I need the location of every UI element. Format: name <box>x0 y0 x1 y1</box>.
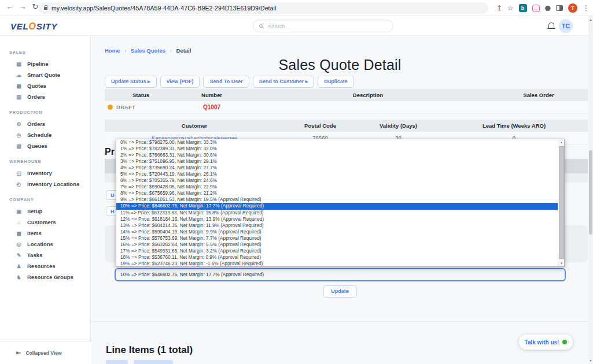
customers-icon: ⌂ <box>16 220 22 225</box>
line-items-button-fragment[interactable] <box>106 360 128 364</box>
browser-chrome: ← → ↻ my.velosity.app/SalesQuotes/45A78A… <box>0 0 593 16</box>
discount-select[interactable]: 10% => Price: $646602.75, Net Margin: 17… <box>115 268 566 281</box>
dropdown-option[interactable]: 16% => Price: $563262.84, Net Margin: 5.… <box>116 242 564 248</box>
notifications-bell-icon[interactable] <box>548 23 554 28</box>
sidebar-item-inventory-locations[interactable]: ◴ Inventory Locations <box>0 179 90 190</box>
collapsed-view-toggle[interactable]: ⇤ Collapsed View <box>0 341 91 364</box>
sidebar-item-label: Resource Groups <box>27 274 73 280</box>
sidebar-item-sales-orders[interactable]: ▥ Orders <box>0 91 90 102</box>
queues-icon: ▧ <box>16 143 22 149</box>
dropdown-scrollbar[interactable]: ▲ ▼ <box>558 139 564 266</box>
sidebar-item-pipeline[interactable]: ▤ Pipeline <box>0 58 90 69</box>
sidebar-item-tasks[interactable]: ✎ Tasks <box>0 250 90 261</box>
dropdown-option[interactable]: 7% => Price: $690428.05, Net Margin: 22.… <box>116 184 564 190</box>
dropdown-scrollbar-thumb[interactable] <box>559 146 564 259</box>
browser-menu-icon[interactable]: ⋮ <box>583 4 590 12</box>
bookmark-star-icon[interactable]: ☆ <box>507 4 514 12</box>
dropdown-option[interactable]: 13% => Price: $604214.35, Net Margin: 11… <box>116 222 564 229</box>
breadcrumb-home[interactable]: Home <box>105 47 120 54</box>
schedule-icon: ◷ <box>16 132 22 138</box>
dropdown-option[interactable]: 1% => Price: $782389.33, Net Margin: 32.… <box>116 146 564 152</box>
col-number: Number <box>177 92 246 98</box>
sidebar-item-resource-groups[interactable]: ♞ Resource Groups <box>0 272 90 283</box>
update-status-button[interactable]: Update Status ▸ <box>105 76 157 88</box>
dropdown-option[interactable]: 10% => Price: $646602.75, Net Margin: 17… <box>116 203 564 209</box>
global-search[interactable] <box>253 20 393 32</box>
forward-icon[interactable]: → <box>17 2 28 11</box>
scrollbar-thumb[interactable] <box>589 150 592 235</box>
sidebar-item-queues[interactable]: ▧ Queues <box>0 140 90 151</box>
lock-icon <box>44 7 47 10</box>
duplicate-button[interactable]: Duplicate <box>318 76 354 88</box>
col-postal-code: Postal Code <box>284 122 356 129</box>
dropdown-option[interactable]: 15% => Price: $576753.69, Net Margin: 7.… <box>116 235 564 242</box>
dropdown-option[interactable]: 5% => Price: $720443.19, Net Margin: 26.… <box>116 171 564 177</box>
sidebar-item-label: Items <box>27 230 42 236</box>
quotes-icon: ▦ <box>16 83 22 89</box>
back-icon[interactable]: ← <box>5 2 15 11</box>
sidebar-item-setup[interactable]: ▣ Setup <box>0 206 90 217</box>
dropdown-option[interactable]: 6% => Price: $705355.79, Net Margin: 24.… <box>116 177 564 184</box>
extensions-puzzle-icon[interactable]: ⬣ <box>545 4 551 12</box>
address-bar[interactable]: my.velosity.app/SalesQuotes/45A78A59-44D… <box>38 2 488 14</box>
dropdown-option[interactable]: 9% => Price: $661051.53, Net Margin: 19.… <box>116 196 564 203</box>
side-panel-icon[interactable] <box>556 5 563 11</box>
sidebar-item-label: Resources <box>27 263 56 269</box>
sidebar-item-quotes[interactable]: ▦ Quotes <box>0 80 90 91</box>
draft-status-icon <box>108 105 113 110</box>
dropdown-scroll-up-icon[interactable]: ▲ <box>558 141 565 144</box>
col-sales-order: Sales Order <box>489 92 588 98</box>
send-to-customer-button[interactable]: Send to Customer ▸ <box>253 76 315 88</box>
sidebar-item-schedule[interactable]: ◷ Schedule <box>0 129 90 140</box>
resource-groups-icon: ♞ <box>16 274 22 280</box>
browser-profile-avatar[interactable]: T <box>568 3 577 13</box>
dropdown-option[interactable]: 19% => Price: $523748.23, Net Margin: -1… <box>116 261 564 267</box>
quote-number[interactable]: Q1007 <box>177 104 246 110</box>
col-customer: Customer <box>105 122 284 129</box>
sidebar-item-production-orders[interactable]: ⚙ Orders <box>0 118 90 129</box>
items-icon: ▦ <box>16 231 22 236</box>
sidebar-item-inventory[interactable]: ◫ Inventory <box>0 168 90 179</box>
chat-label: Talk with us! <box>525 339 559 346</box>
dropdown-scroll-down-icon[interactable]: ▼ <box>558 262 565 265</box>
dropdown-option[interactable]: 0% => Price: $798275.00, Net Margin: 33.… <box>116 139 564 146</box>
dropdown-option[interactable]: 3% => Price: $751096.95, Net Margin: 29.… <box>116 158 564 165</box>
sidebar-item-resources[interactable]: ♟ Resources <box>0 261 90 272</box>
dropdown-option[interactable]: 11% => Price: $632313.63, Net Margin: 15… <box>116 210 564 216</box>
page-scrollbar[interactable]: ▲ ▼ <box>588 16 593 364</box>
chat-widget[interactable]: Talk with us! <box>519 335 573 350</box>
bitwarden-extension-icon[interactable]: b <box>519 4 527 12</box>
sidebar-item-locations[interactable]: ◎ Locations <box>0 239 90 250</box>
scroll-up-icon[interactable]: ▲ <box>588 18 593 21</box>
dropdown-option[interactable]: 18% => Price: $536760.11, Net Margin: 0.… <box>116 254 564 261</box>
scroll-down-icon[interactable]: ▼ <box>588 359 593 362</box>
pipeline-icon: ▤ <box>16 61 22 67</box>
col-lead-time: Lead Time (Weeks ARO) <box>440 122 588 129</box>
search-icon <box>259 24 263 28</box>
collapse-icon: ⇤ <box>16 350 21 356</box>
dropdown-option[interactable]: 2% => Price: $766663.31, Net Margin: 30.… <box>116 152 564 158</box>
sidebar-item-label: Inventory <box>27 170 52 176</box>
share-icon[interactable]: ↥ <box>496 4 502 12</box>
sidebar-item-customers[interactable]: ⌂ Customers <box>0 217 90 228</box>
velosity-logo[interactable]: VELOSITY <box>10 21 57 32</box>
view-pdf-button[interactable]: View (PDF) <box>160 76 200 88</box>
breadcrumb-sales-quotes[interactable]: Sales Quotes <box>131 47 165 54</box>
send-to-user-button[interactable]: Send To User <box>203 76 249 88</box>
smile-extension-icon[interactable]: ◡ <box>532 5 540 12</box>
dropdown-option[interactable]: 14% => Price: $590404.19, Net Margin: 9.… <box>116 229 564 235</box>
dropdown-option[interactable]: 12% => Price: $618184.16, Net Margin: 13… <box>116 216 564 222</box>
search-input[interactable] <box>267 23 371 30</box>
sidebar-item-items[interactable]: ▦ Items <box>0 228 90 239</box>
production-orders-icon: ⚙ <box>16 121 22 127</box>
line-items-button-fragment[interactable] <box>134 360 173 364</box>
dropdown-option[interactable]: 8% => Price: $675659.96, Net Margin: 21.… <box>116 190 564 196</box>
dropdown-option[interactable]: 4% => Price: $735690.24, Net Margin: 27.… <box>116 165 564 171</box>
user-avatar[interactable]: TC <box>559 19 573 33</box>
dropdown-option[interactable]: 17% => Price: $549931.65, Net Margin: 3.… <box>116 248 564 254</box>
sidebar: SALES ▤ Pipeline ☁ Smart Quote ▦ Quotes <box>0 36 91 364</box>
inventory-icon: ◫ <box>16 170 22 176</box>
update-button[interactable]: Update <box>323 285 357 298</box>
page-title: Sales Quote Detail <box>91 57 588 73</box>
sidebar-item-smart-quote[interactable]: ☁ Smart Quote <box>0 69 90 80</box>
